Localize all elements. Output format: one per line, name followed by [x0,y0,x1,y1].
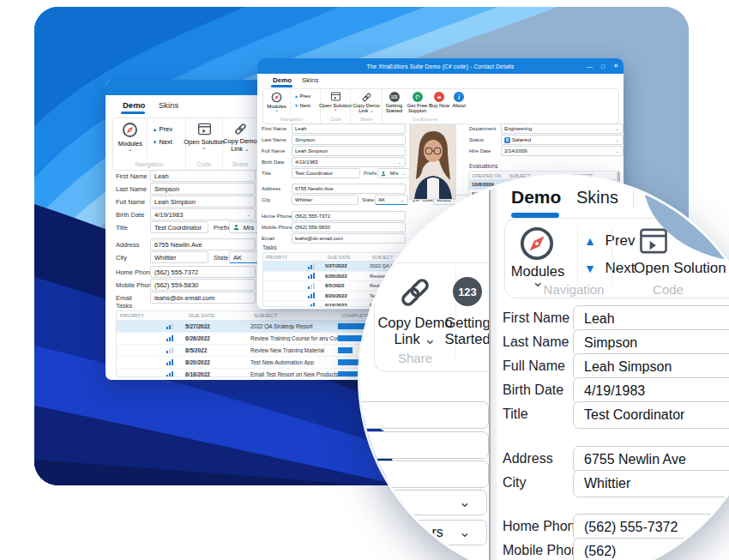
hire-date-combo[interactable]: 2/14/2009⌄ [501,146,624,156]
col-priority[interactable]: PRIORITY [117,313,189,318]
city-input[interactable]: Whittier [150,251,208,263]
chevron-down-icon: ⌄ [402,172,406,175]
chevron-down-icon: ⌄ [274,109,279,111]
home-phone-input[interactable]: (562) 555-7372 [292,211,406,221]
tab-skins[interactable]: Skins [159,100,178,110]
tab-demo[interactable]: Demo [511,187,561,208]
col-subject[interactable]: SUBJECT [372,255,393,260]
title-input[interactable]: Test Coordinator [292,168,360,178]
home-phone-label: Home Phone [262,214,292,219]
magnified-combo-box[interactable]: rs⌄ [360,520,487,545]
maximize-button[interactable]: □ [601,63,605,69]
minimize-button[interactable]: — [587,63,593,69]
status-combo[interactable]: S Salaried ⌄ [501,135,624,145]
email-input[interactable]: leahs@dx-email.com [150,292,256,304]
birth-date-input[interactable]: 4/19/1983⌄ [292,157,406,167]
state-combo[interactable]: AK⌄ [375,195,408,205]
prefix-combo[interactable]: Mrs⌄ [377,168,410,178]
person-icon [381,171,386,177]
city-label: City [503,475,527,491]
first-name-input[interactable]: Leah [292,123,406,134]
task-row[interactable]: 8/5/2022 Review New Training Material [117,345,371,357]
address-input[interactable]: 6755 Newlin Ave [150,238,256,250]
next-button[interactable]: ▼ Next [152,138,172,146]
badge-123-icon: 123 [389,92,400,102]
front-window-titlebar[interactable]: The XtraEditors Suite Demo (C# code) - C… [257,58,624,74]
tab-demo[interactable]: Demo [273,76,292,84]
prev-button[interactable]: ▲ Prev [152,125,172,133]
magnified-window-edge [489,177,497,560]
modules-button[interactable]: Modules ⌄ [113,118,147,160]
tab-skins[interactable]: Skins [302,76,319,84]
get-free-support-button[interactable]: Get Free Support [406,89,429,116]
compass-icon [519,226,555,262]
col-completed[interactable]: COMPLETED [341,313,371,318]
mobile-phone-input[interactable]: (562) [573,538,729,560]
buy-now-button[interactable]: Buy Now [429,89,449,116]
first-name-input[interactable]: Leah [150,170,256,182]
copy-demo-link-button[interactable]: Copy Demo Link ⌄ [223,118,257,160]
group-label-navigation: Navigation [263,116,320,123]
modules-button[interactable]: Modules ⌄ [263,89,290,116]
magnified-field-box[interactable] [360,431,489,459]
department-combo[interactable]: Engineering⌄ [501,123,624,134]
prev-button[interactable]: ▲ Prev [294,93,310,99]
tab-skins[interactable]: Skins [576,188,618,208]
full-name-input[interactable]: Leah Simpson [292,146,406,156]
prev-button[interactable]: ▲ Prev [584,232,636,250]
open-solution-button[interactable]: Open Solution [634,260,726,277]
close-button[interactable]: ✕ [613,63,618,69]
address-input[interactable]: 6755 Newlin Ave [292,184,406,194]
last-name-input[interactable]: Simpson [292,135,406,145]
progress-bar [338,347,352,353]
city-input[interactable]: Whittier [573,470,729,497]
tab-underline [271,85,292,87]
task-row[interactable]: 6/26/2022 Review Training Course for any… [117,333,371,345]
priority-icon [166,371,173,377]
chevron-down-icon: ⌄ [202,146,207,148]
getting-started-button[interactable]: Getting Started [442,315,493,347]
last-name-input[interactable]: Simpson [150,183,256,195]
next-button[interactable]: ▼ Next [584,260,636,277]
col-due-date[interactable]: DUE DATE [189,313,254,318]
col-created-on[interactable]: CREATED ON [469,173,509,178]
city-input[interactable]: Whittier [292,195,358,205]
next-button[interactable]: ▼ Next [294,103,310,108]
started-label: Started [386,108,402,113]
task-row[interactable]: 8/20/2022 Test New Automation App [117,357,371,369]
task-row[interactable]: 6/16/2022 Email Test Report on New Produ… [117,369,371,377]
buy-now-label: Buy Now [429,103,449,108]
open-solution-button[interactable]: Open Solution ⌄ [321,89,350,116]
address-label: Address [116,241,150,249]
home-phone-input[interactable]: (562) 555-7372 [150,266,256,278]
title-input[interactable]: Test Coordinator [573,401,729,429]
email-input[interactable]: leahs@dx-email.com [292,233,406,244]
open-solution-button[interactable]: Open Solution ⌄ [186,118,222,160]
back-tasks-grid: PRIORITY DUE DATE SUBJECT COMPLETED 5/27… [116,310,371,377]
prefix-label: Prefix [364,171,377,176]
col-due-date[interactable]: DUE DATE [328,255,372,260]
title-input[interactable]: Test Coordinator [150,221,208,233]
magnified-field-box[interactable] [360,401,489,429]
about-button[interactable]: i About [449,89,468,116]
priority-icon [166,335,173,341]
chevron-down-icon: ⌄ [424,331,436,347]
col-priority[interactable]: PRIORITY [263,255,328,260]
priority-icon [308,273,315,279]
evaluations-section-label: Evaluations [469,163,498,169]
first-name-label: First Name [262,126,292,131]
link-icon [396,274,434,311]
birth-date-input[interactable]: 4/19/1983⌄ [150,208,256,220]
magnified-combo-box[interactable]: ⌄ [360,490,487,515]
mobile-phone-input[interactable]: (562) 559-5830 [292,222,406,232]
full-name-input[interactable]: Leah Simpson [150,196,256,208]
birth-date-label: Birth Date [116,211,150,219]
col-subject[interactable]: SUBJECT [254,313,341,318]
open-solution-icon [197,123,212,135]
getting-started-button[interactable]: 123 Getting Started [383,89,406,116]
mobile-phone-input[interactable]: (562) 559-5830 [150,279,256,291]
tab-demo[interactable]: Demo [123,100,145,110]
priority-icon [308,283,315,289]
copy-demo-link-button[interactable]: Copy Demo Link ⌄ [351,89,382,116]
task-row[interactable]: 5/27/2022 2022 QA Strategy Report [117,321,371,333]
